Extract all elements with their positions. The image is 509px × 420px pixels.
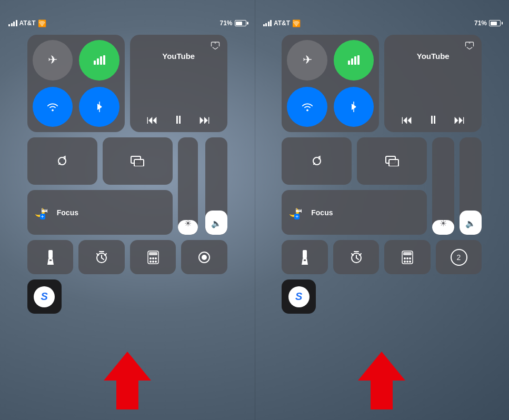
cellular-btn-left[interactable] xyxy=(79,40,119,81)
carrier-right: AT&T xyxy=(274,19,290,27)
record-btn-left[interactable] xyxy=(181,240,227,274)
svg-rect-16 xyxy=(149,252,157,255)
svg-point-30 xyxy=(469,42,471,44)
svg-point-24 xyxy=(202,255,207,260)
svg-point-45 xyxy=(404,261,406,263)
status-left-right: AT&T 🛜 xyxy=(263,19,301,27)
svg-rect-41 xyxy=(403,252,412,255)
next-btn-right[interactable]: ⏭ xyxy=(454,113,465,127)
svg-point-43 xyxy=(406,257,408,259)
media-controls-right: ⏮ ⏸ ⏭ xyxy=(393,113,473,127)
prev-btn-left[interactable]: ⏮ xyxy=(146,113,158,127)
flashlight-btn-left[interactable] xyxy=(27,240,74,274)
screen-mirror-btn-right[interactable] xyxy=(357,137,427,185)
brightness-slider-left[interactable]: ☀ xyxy=(178,137,198,235)
cc-grid-left: ✈ xyxy=(27,35,227,314)
shazam-btn-left[interactable]: S xyxy=(27,279,62,314)
volume-col-left: 🔈 xyxy=(205,137,227,235)
badge-number-right: 2 xyxy=(457,253,461,262)
calculator-btn-left[interactable] xyxy=(130,240,176,274)
prev-btn-right[interactable]: ⏮ xyxy=(401,113,413,127)
cellular-btn-right[interactable] xyxy=(334,40,374,81)
airplay-icon-right[interactable] xyxy=(465,41,474,51)
play-pause-btn-right[interactable]: ⏸ xyxy=(427,113,439,127)
brightness-slider-right[interactable]: ☀ xyxy=(432,137,454,235)
shazam-btn-right[interactable]: S xyxy=(282,279,316,314)
svg-point-42 xyxy=(404,257,406,259)
signal-bars-left xyxy=(8,20,17,26)
focus-label-left: Focus xyxy=(57,208,78,217)
next-btn-left[interactable]: ⏭ xyxy=(199,113,211,127)
battery-icon-right xyxy=(489,20,501,26)
connectivity-widget-right[interactable]: ✈ xyxy=(282,35,379,132)
volume-icon-left: 🔈 xyxy=(211,218,222,228)
airplay-icon-left[interactable] xyxy=(211,41,220,51)
alarm-btn-right[interactable] xyxy=(333,240,380,274)
wifi-btn-left[interactable] xyxy=(33,87,73,127)
volume-col-right: 🔈 xyxy=(460,137,482,235)
row2-left: 🌙 🛏 + Focus ☀ xyxy=(27,137,227,235)
media-widget-left[interactable]: YouTube ⏮ ⏸ ⏭ xyxy=(130,35,227,132)
row2-right: 🌙 🛏 + Focus ☀ xyxy=(282,137,482,235)
media-title-left: YouTube xyxy=(138,52,219,61)
bluetooth-btn-right[interactable] xyxy=(334,87,374,127)
status-left-left: AT&T 🛜 xyxy=(8,19,46,27)
wifi-status-left: 🛜 xyxy=(38,19,46,27)
svg-point-17 xyxy=(149,257,152,259)
battery-fill-left xyxy=(236,22,242,25)
airplane-btn-right[interactable]: ✈ xyxy=(287,40,327,81)
arrow-shaft-left xyxy=(116,381,138,409)
arrow-head-left xyxy=(104,352,151,381)
wifi-status-right: 🛜 xyxy=(292,19,301,27)
battery-percent-right: 71% xyxy=(474,19,487,27)
panel-divider xyxy=(255,0,255,420)
slider-col-left: ☀ xyxy=(178,137,200,235)
svg-rect-1 xyxy=(97,58,99,65)
number-badge-btn-right[interactable]: 2 xyxy=(436,240,482,274)
svg-rect-26 xyxy=(351,58,353,65)
red-arrow-left xyxy=(104,352,151,409)
screen-mirror-btn-left[interactable] xyxy=(103,137,173,185)
svg-rect-27 xyxy=(354,56,356,65)
volume-slider-left[interactable]: 🔈 xyxy=(205,137,227,235)
left-panel: AT&T 🛜 71% ✈ xyxy=(0,0,255,420)
battery-right xyxy=(489,20,501,26)
volume-slider-right[interactable]: 🔈 xyxy=(460,137,482,235)
svg-rect-8 xyxy=(134,159,144,166)
play-pause-btn-left[interactable]: ⏸ xyxy=(173,113,184,127)
bluetooth-btn-left[interactable] xyxy=(79,87,119,127)
svg-rect-28 xyxy=(357,55,360,65)
row3-right: 2 xyxy=(282,240,482,274)
battery-fill-right xyxy=(491,22,497,25)
svg-rect-0 xyxy=(94,61,96,65)
svg-point-20 xyxy=(149,261,152,263)
svg-rect-36 xyxy=(304,259,306,261)
svg-rect-25 xyxy=(348,61,350,65)
wifi-btn-right[interactable] xyxy=(287,87,327,127)
status-right-right: 71% xyxy=(474,19,501,27)
media-widget-right[interactable]: YouTube ⏮ ⏸ ⏭ xyxy=(384,35,482,132)
rotation-lock-btn-left[interactable] xyxy=(27,137,97,185)
arrow-shaft-right xyxy=(371,381,393,409)
svg-marker-35 xyxy=(302,258,308,265)
volume-icon-right: 🔈 xyxy=(465,218,476,228)
media-title-right: YouTube xyxy=(393,52,473,61)
svg-point-18 xyxy=(152,257,154,259)
status-bar-right: AT&T 🛜 71% xyxy=(255,16,510,31)
svg-point-5 xyxy=(214,42,216,44)
airplane-btn-left[interactable]: ✈ xyxy=(33,40,73,81)
media-controls-left: ⏮ ⏸ ⏭ xyxy=(138,113,219,127)
calculator-btn-right[interactable] xyxy=(384,240,431,274)
signal-bars-right xyxy=(263,20,272,26)
svg-rect-33 xyxy=(389,159,398,166)
status-right-left: 71% xyxy=(219,19,246,27)
connectivity-widget-left[interactable]: ✈ xyxy=(27,35,125,132)
rotation-lock-btn-right[interactable] xyxy=(282,137,352,185)
svg-point-22 xyxy=(155,261,157,263)
focus-widget-left[interactable]: 🌙 🛏 + Focus xyxy=(27,190,173,235)
svg-rect-2 xyxy=(100,56,102,65)
focus-widget-right[interactable]: 🌙 🛏 + Focus xyxy=(282,190,427,235)
alarm-btn-left[interactable] xyxy=(78,240,125,274)
flashlight-btn-right[interactable] xyxy=(282,240,328,274)
focus-badge-right: + xyxy=(294,214,300,219)
